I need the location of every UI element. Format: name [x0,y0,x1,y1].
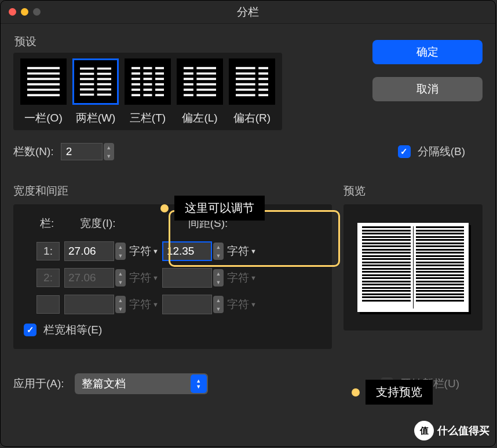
col-header-column: 栏: [24,216,63,231]
preview-box [343,204,483,331]
preset-left-label: 偏左(L) [182,111,217,126]
row-3-width-unit: 字符▼ [126,297,162,312]
cancel-button[interactable]: 取消 [372,77,483,101]
preset-box: 一栏(O) 两栏(W) 三栏(T) [13,53,282,130]
preset-two-column-icon[interactable] [72,58,119,105]
row-3-width-up: ▲ [115,296,126,304]
ok-button[interactable]: 确定 [372,40,483,64]
watermark: 值 什么值得买 [414,421,489,440]
row-2-width-down: ▼ [115,278,126,287]
preset-one-label: 一栏(O) [24,111,62,126]
width-spacing-box: 栏: 宽度(I): 间距(S): 1: ▲▼ 字符▼ [13,204,332,349]
apply-to-select[interactable]: 整篇文档 ▲ ▼ [75,373,208,394]
row-1-spacing-unit[interactable]: 字符▼ [224,244,260,259]
column-count-label: 栏数(N): [13,144,54,159]
row-3-index [36,295,60,314]
width-spacing-label: 宽度和间距 [13,183,332,199]
row-1-width-unit[interactable]: 字符▼ [126,244,162,259]
preset-one-column-icon[interactable] [20,58,67,105]
row-3-width-down: ▼ [115,304,126,313]
row-1-spacing-down[interactable]: ▼ [213,251,224,260]
preview-page-icon [357,223,469,312]
row-2-width-up: ▲ [115,269,126,278]
equal-width-checkbox[interactable]: ✓ [24,324,36,336]
separator-label: 分隔线(B) [418,144,465,159]
column-count-up[interactable]: ▲ [104,143,114,152]
equal-width-label: 栏宽相等(E) [43,322,102,337]
row-1-width-down[interactable]: ▼ [115,251,126,260]
column-count-input[interactable] [61,143,103,160]
tooltip-adjust: 这里可以调节 [174,196,265,221]
row-2-index: 2: [36,269,60,287]
preview-label: 预览 [343,183,483,199]
row-3-spacing-input [162,295,212,314]
row-3-spacing-up: ▲ [213,296,224,304]
column-count-down[interactable]: ▼ [104,152,114,160]
preset-three-column-icon[interactable] [125,58,171,105]
col-header-width: 宽度(I): [63,216,133,231]
watermark-text: 什么值得买 [437,424,489,438]
tooltip-preview: 支持预览 [366,380,433,405]
window-title: 分栏 [1,5,495,20]
row-2-spacing-unit: 字符▼ [224,270,260,285]
preset-three-label: 三栏(T) [130,111,166,126]
row-3-spacing-unit: 字符▼ [224,297,260,312]
row-1-spacing-up[interactable]: ▲ [213,243,224,251]
preset-two-label: 两栏(W) [76,111,116,126]
row-1-width-up[interactable]: ▲ [115,243,126,251]
preset-right-column-icon[interactable] [229,58,275,105]
titlebar: 分栏 [1,1,495,24]
row-1-spacing-input[interactable] [162,241,212,261]
preset-left-column-icon[interactable] [177,58,223,105]
row-1-width-input[interactable] [64,241,114,261]
preset-label: 预设 [14,34,282,49]
watermark-icon: 值 [414,421,434,440]
separator-checkbox[interactable]: ✓ [398,145,411,158]
row-3-spacing-down: ▼ [213,304,224,313]
row-3-width-input [64,295,114,314]
row-2-width-unit: 字符▼ [126,270,162,285]
row-2-width-input [64,268,114,288]
apply-to-label: 应用于(A): [13,376,64,391]
select-arrow-icon: ▲ ▼ [191,374,207,393]
row-2-spacing-up: ▲ [213,269,224,278]
row-2-spacing-input [162,268,212,288]
row-2-spacing-down: ▼ [213,278,224,287]
row-1-index: 1: [36,242,60,260]
preset-right-label: 偏右(R) [233,111,271,126]
